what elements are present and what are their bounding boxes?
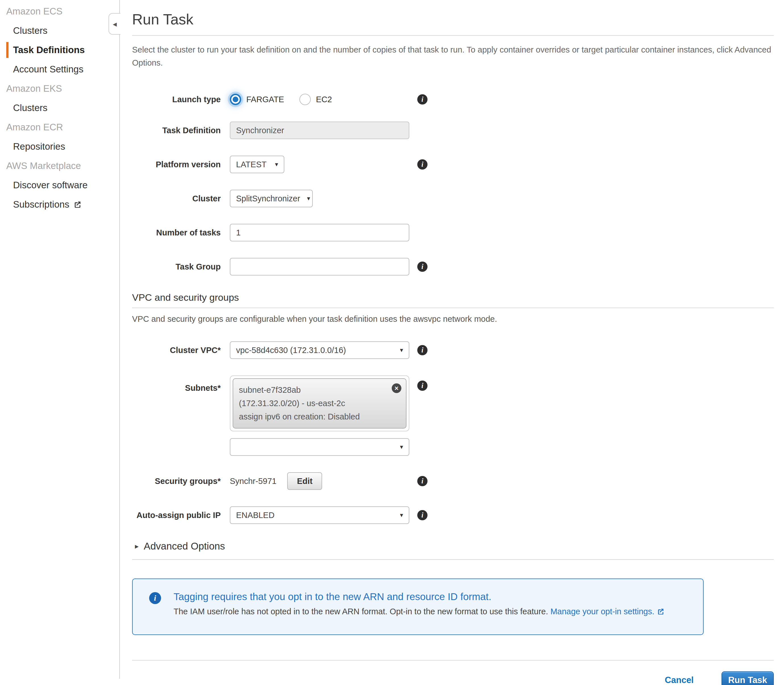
cluster-field: SplitSynchronizer ▾ [230, 190, 417, 207]
nav-heading-amazon-ecs: Amazon ECS [0, 2, 119, 21]
chevron-right-icon: ▸ [135, 542, 139, 551]
cancel-button[interactable]: Cancel [665, 675, 694, 685]
subnet-chip-line-1: subnet-e7f328ab [239, 383, 389, 397]
remove-subnet-button[interactable]: ✕ [392, 383, 401, 393]
auto-assign-ip-info-icon[interactable]: i [417, 510, 427, 520]
tagging-banner: i Tagging requires that you opt in to th… [132, 578, 704, 635]
nav-heading-amazon-eks: Amazon EKS [0, 79, 119, 98]
sidebar-nav: Amazon ECS Clusters Task Definitions Acc… [0, 0, 120, 679]
main-content: Run Task Select the cluster to run your … [120, 0, 784, 685]
launch-type-info-icon[interactable]: i [417, 94, 427, 104]
sidebar-item-repositories[interactable]: Repositories [0, 137, 119, 156]
collapse-sidebar-button[interactable]: ◂ [109, 13, 120, 35]
chevron-down-icon: ▾ [275, 161, 278, 168]
vpc-section-heading: VPC and security groups [132, 292, 774, 303]
sidebar-item-account-settings[interactable]: Account Settings [0, 60, 119, 79]
cluster-value: SplitSynchronizer [236, 194, 300, 203]
auto-assign-ip-row: Auto-assign public IP ENABLED ▾ i [132, 506, 774, 524]
sidebar-item-clusters-eks[interactable]: Clusters [0, 98, 119, 118]
close-icon: ✕ [394, 382, 399, 395]
run-task-page: Amazon ECS Clusters Task Definitions Acc… [0, 0, 784, 685]
sidebar-item-clusters-ecs[interactable]: Clusters [0, 21, 119, 40]
ec2-radio-label: EC2 [316, 95, 332, 104]
task-group-label: Task Group [132, 261, 221, 272]
banner-body: The IAM user/role has not opted in to th… [174, 607, 665, 616]
security-groups-info-icon[interactable]: i [417, 476, 427, 486]
number-of-tasks-row: Number of tasks [132, 224, 774, 242]
cluster-vpc-field: vpc-58d4c630 (172.31.0.0/16) ▾ [230, 341, 417, 359]
vpc-section-divider [132, 308, 774, 308]
fargate-radio-label: FARGATE [246, 95, 284, 104]
advanced-options-toggle[interactable]: ▸ Advanced Options [135, 541, 774, 552]
platform-version-row: Platform version LATEST ▾ i [132, 156, 774, 173]
subnets-field: subnet-e7f328ab (172.31.32.0/20) - us-ea… [230, 375, 417, 456]
chevron-down-icon: ▾ [307, 195, 310, 202]
security-groups-value: Synchr-5971 [230, 477, 276, 486]
number-of-tasks-label: Number of tasks [132, 227, 221, 238]
task-definition-input [230, 122, 409, 139]
cluster-vpc-info-icon[interactable]: i [417, 345, 427, 355]
edit-security-groups-button[interactable]: Edit [287, 472, 322, 490]
subnets-selected-box: subnet-e7f328ab (172.31.32.0/20) - us-ea… [230, 375, 409, 432]
radio-selected-icon [230, 94, 241, 105]
number-of-tasks-field [230, 224, 417, 242]
subnet-add-select[interactable]: ▾ [230, 438, 409, 456]
platform-version-select[interactable]: LATEST ▾ [230, 156, 284, 173]
cluster-vpc-select[interactable]: vpc-58d4c630 (172.31.0.0/16) ▾ [230, 341, 409, 359]
platform-version-info-icon[interactable]: i [417, 159, 427, 170]
banner-body-text: The IAM user/role has not opted in to th… [174, 607, 548, 616]
page-description: Select the cluster to run your task defi… [132, 43, 774, 69]
number-of-tasks-input[interactable] [230, 224, 409, 242]
launch-type-label: Launch type [132, 94, 221, 105]
auto-assign-ip-select[interactable]: ENABLED ▾ [230, 506, 409, 524]
task-group-field [230, 258, 417, 276]
sidebar-item-subscriptions[interactable]: Subscriptions [0, 195, 119, 214]
cluster-vpc-label: Cluster VPC* [132, 344, 221, 356]
subnet-chip-line-2: (172.31.32.0/20) - us-east-2c [239, 397, 389, 410]
launch-type-row: Launch type FARGATE EC2 i [132, 94, 774, 105]
advanced-options-divider [132, 559, 774, 560]
subnets-info-icon[interactable]: i [417, 381, 427, 391]
task-group-input[interactable] [230, 258, 409, 276]
subnet-chip: subnet-e7f328ab (172.31.32.0/20) - us-ea… [233, 378, 406, 429]
task-group-info-icon[interactable]: i [417, 261, 427, 272]
nav-heading-amazon-ecr: Amazon ECR [0, 118, 119, 137]
security-groups-row: Security groups* Synchr-5971 Edit i [132, 472, 774, 490]
manage-opt-in-link[interactable]: Manage your opt-in settings. [550, 607, 665, 616]
security-groups-label: Security groups* [132, 476, 221, 487]
chevron-down-icon: ▾ [400, 511, 403, 519]
radio-unselected-icon [299, 94, 311, 105]
fargate-radio[interactable]: FARGATE [230, 94, 284, 105]
sidebar-item-task-definitions[interactable]: Task Definitions [0, 40, 119, 60]
task-definition-label: Task Definition [132, 125, 221, 136]
task-definition-field [230, 122, 417, 139]
cluster-vpc-row: Cluster VPC* vpc-58d4c630 (172.31.0.0/16… [132, 341, 774, 359]
subnets-label: Subnets* [132, 382, 221, 394]
chevron-left-icon: ◂ [113, 19, 117, 29]
auto-assign-ip-field: ENABLED ▾ [230, 506, 417, 524]
external-link-icon [73, 200, 82, 209]
cluster-vpc-value: vpc-58d4c630 (172.31.0.0/16) [236, 346, 346, 355]
auto-assign-ip-label: Auto-assign public IP [132, 510, 221, 521]
platform-version-value: LATEST [236, 160, 266, 169]
cluster-label: Cluster [132, 193, 221, 204]
subnet-chip-line-3: assign ipv6 on creation: Disabled [239, 410, 389, 424]
task-group-row: Task Group i [132, 258, 774, 276]
cluster-select[interactable]: SplitSynchronizer ▾ [230, 190, 313, 207]
run-task-button[interactable]: Run Task [722, 671, 774, 685]
chevron-down-icon: ▾ [400, 443, 403, 451]
title-divider [132, 35, 774, 36]
vpc-section-description: VPC and security groups are configurable… [132, 314, 774, 324]
info-icon: i [149, 592, 161, 604]
cluster-row: Cluster SplitSynchronizer ▾ [132, 190, 774, 207]
security-groups-field: Synchr-5971 Edit [230, 472, 417, 490]
banner-title: Tagging requires that you opt in to the … [174, 591, 665, 602]
chevron-down-icon: ▾ [400, 346, 403, 354]
external-link-icon [657, 607, 665, 615]
advanced-options-label: Advanced Options [144, 541, 225, 552]
footer-actions: Cancel Run Task [132, 661, 774, 685]
nav-heading-aws-marketplace: AWS Marketplace [0, 156, 119, 175]
ec2-radio[interactable]: EC2 [299, 94, 332, 105]
platform-version-field: LATEST ▾ [230, 156, 417, 173]
sidebar-item-discover-software[interactable]: Discover software [0, 175, 119, 195]
